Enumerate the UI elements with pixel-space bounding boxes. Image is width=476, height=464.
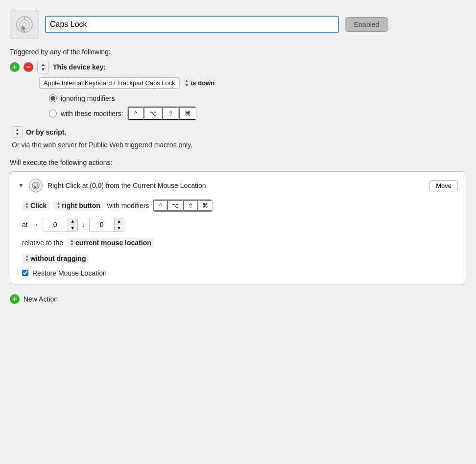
- trigger-device-row: Apple Internal Keyboard / Trackpad Caps …: [39, 77, 466, 89]
- updown-icon: ▲▼: [185, 79, 189, 88]
- new-action-button[interactable]: +: [10, 294, 20, 304]
- updown-icon: ▲▼: [15, 128, 20, 137]
- ignoring-modifiers-label: ignoring modifiers: [61, 94, 115, 102]
- or-script-label: Or by script.: [26, 128, 66, 136]
- y-decrement[interactable]: ▼: [115, 225, 124, 232]
- move-button[interactable]: Move: [429, 180, 458, 191]
- updown-icon: ▲▼: [56, 202, 60, 209]
- y-input-group[interactable]: ▲ ▼: [89, 218, 124, 232]
- click-label: Click: [30, 202, 47, 209]
- x-stepper[interactable]: ▲ ▼: [68, 218, 77, 232]
- with-modifiers-radio[interactable]: [49, 110, 57, 117]
- dragging-select[interactable]: ▲▼ without dragging: [22, 254, 89, 263]
- modifier-options: ignoring modifiers with these modifiers:…: [49, 94, 466, 120]
- action-fields: ▲▼ Click ▲▼ right button with modifiers …: [22, 199, 458, 277]
- with-modifiers-row: with these modifiers: ^ ⌥ ⇧ ⌘: [49, 106, 466, 120]
- enabled-button[interactable]: Enabled: [345, 17, 388, 32]
- dragging-label: without dragging: [30, 255, 86, 262]
- relative-to-label: relative to the: [22, 239, 63, 247]
- button-label: right button: [62, 202, 100, 209]
- location-label: current mouse location: [75, 239, 151, 247]
- updown-icon: ▲▼: [25, 255, 29, 262]
- action-cmd-key[interactable]: ⌘: [197, 200, 212, 211]
- new-action-row: + New Action: [10, 294, 466, 304]
- option-key[interactable]: ⌥: [143, 107, 162, 120]
- action-shift-key[interactable]: ⇧: [183, 200, 197, 211]
- x-increment[interactable]: ▲: [68, 218, 77, 225]
- or-script-row: ▲▼ Or by script.: [12, 126, 466, 138]
- location-select[interactable]: ▲▼ current mouse location: [67, 238, 154, 248]
- new-action-label: New Action: [24, 295, 58, 303]
- web-server-note: Or via the web server for Public Web tri…: [12, 141, 466, 149]
- svg-marker-7: [34, 186, 36, 188]
- shift-key[interactable]: ⇧: [162, 107, 179, 120]
- y-stepper[interactable]: ▲ ▼: [114, 218, 124, 232]
- relative-row: relative to the ▲▼ current mouse locatio…: [22, 238, 458, 248]
- trigger-type-select[interactable]: ▲▼: [37, 61, 49, 73]
- script-select[interactable]: ▲▼: [12, 126, 23, 138]
- action-ctrl-key[interactable]: ^: [153, 200, 167, 211]
- restore-checkbox[interactable]: [22, 270, 28, 276]
- y-increment[interactable]: ▲: [115, 218, 124, 225]
- header-row: Enabled: [10, 10, 466, 39]
- with-modifiers-text: with modifiers: [107, 202, 149, 209]
- arrow-right-icon: →: [32, 221, 39, 229]
- button-select[interactable]: ▲▼ right button: [53, 201, 103, 210]
- action-title: Right Click at (0,0) from the Current Mo…: [48, 182, 425, 189]
- x-input-group[interactable]: ▲ ▼: [43, 218, 78, 232]
- coordinates-row: at → ▲ ▼ ↓ ▲ ▼: [22, 218, 458, 232]
- updown-icon: ▲▼: [70, 239, 74, 247]
- is-down-label: is down: [191, 79, 214, 87]
- click-row: ▲▼ Click ▲▼ right button with modifiers …: [22, 199, 458, 212]
- action-icon: [29, 179, 43, 192]
- click-type-select[interactable]: ▲▼ Click: [22, 201, 49, 210]
- trigger-type-row: + − ▲▼ This device key:: [10, 61, 466, 73]
- add-trigger-button[interactable]: +: [10, 62, 20, 72]
- device-select[interactable]: Apple Internal Keyboard / Trackpad Caps …: [39, 77, 180, 89]
- is-down-select[interactable]: ▲▼ is down: [185, 79, 214, 88]
- action-option-key[interactable]: ⌥: [167, 200, 183, 211]
- svg-point-2: [23, 23, 26, 26]
- ctrl-key[interactable]: ^: [128, 107, 143, 120]
- actions-intro: Will execute the following actions:: [10, 159, 466, 166]
- x-decrement[interactable]: ▼: [68, 225, 77, 232]
- collapse-triangle[interactable]: ▼: [18, 182, 24, 189]
- ignoring-modifiers-row: ignoring modifiers: [49, 94, 466, 102]
- updown-icon: ▲▼: [25, 202, 29, 209]
- action-card: ▼ Right Click at (0,0) from the Current …: [10, 171, 466, 284]
- ignoring-modifiers-radio[interactable]: [49, 94, 57, 102]
- trigger-type-label: This device key:: [53, 63, 106, 71]
- macro-icon[interactable]: [10, 10, 39, 39]
- cmd-key[interactable]: ⌘: [179, 107, 196, 120]
- trigger-section: Triggered by any of the following: + − ▲…: [10, 48, 466, 149]
- action-header: ▼ Right Click at (0,0) from the Current …: [18, 179, 458, 192]
- restore-row: Restore Mouse Location: [22, 269, 458, 277]
- x-input[interactable]: [43, 219, 68, 230]
- y-input[interactable]: [90, 219, 114, 230]
- updown-icon: ▲▼: [41, 62, 46, 72]
- trigger-intro: Triggered by any of the following:: [10, 48, 466, 56]
- dragging-row: ▲▼ without dragging: [22, 254, 458, 263]
- action-modifier-keys: ^ ⌥ ⇧ ⌘: [153, 199, 213, 212]
- arrow-down-icon: ↓: [82, 221, 85, 229]
- restore-label: Restore Mouse Location: [32, 269, 107, 277]
- actions-section: Will execute the following actions: ▼ Ri…: [10, 159, 466, 284]
- at-label: at: [22, 221, 28, 229]
- with-modifiers-label: with these modifiers:: [61, 110, 123, 117]
- modifier-keys: ^ ⌥ ⇧ ⌘: [127, 106, 196, 120]
- remove-trigger-button[interactable]: −: [24, 62, 33, 72]
- macro-name-input[interactable]: [45, 16, 339, 33]
